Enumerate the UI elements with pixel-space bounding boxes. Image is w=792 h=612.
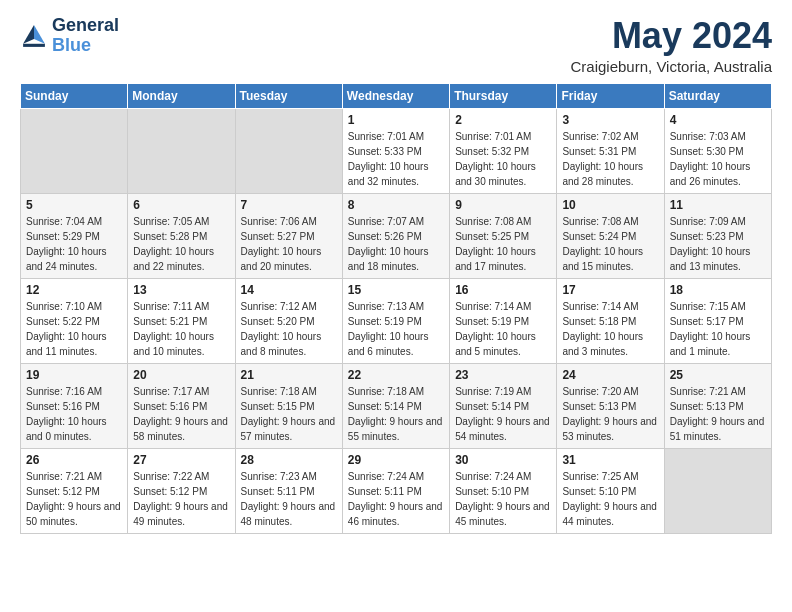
day-number-8: 8	[348, 198, 444, 212]
calendar-cell-w5-d2: 27Sunrise: 7:22 AMSunset: 5:12 PMDayligh…	[128, 448, 235, 533]
calendar-cell-w2-d3: 7Sunrise: 7:06 AMSunset: 5:27 PMDaylight…	[235, 193, 342, 278]
day-number-11: 11	[670, 198, 766, 212]
calendar-cell-w2-d7: 11Sunrise: 7:09 AMSunset: 5:23 PMDayligh…	[664, 193, 771, 278]
calendar-cell-w2-d1: 5Sunrise: 7:04 AMSunset: 5:29 PMDaylight…	[21, 193, 128, 278]
calendar-cell-w1-d1	[21, 108, 128, 193]
day-number-13: 13	[133, 283, 229, 297]
day-number-4: 4	[670, 113, 766, 127]
calendar-cell-w3-d1: 12Sunrise: 7:10 AMSunset: 5:22 PMDayligh…	[21, 278, 128, 363]
day-info-25: Sunrise: 7:21 AMSunset: 5:13 PMDaylight:…	[670, 384, 766, 444]
day-info-26: Sunrise: 7:21 AMSunset: 5:12 PMDaylight:…	[26, 469, 122, 529]
day-info-15: Sunrise: 7:13 AMSunset: 5:19 PMDaylight:…	[348, 299, 444, 359]
logo-line2: Blue	[52, 36, 119, 56]
day-number-12: 12	[26, 283, 122, 297]
day-info-1: Sunrise: 7:01 AMSunset: 5:33 PMDaylight:…	[348, 129, 444, 189]
calendar-cell-w3-d4: 15Sunrise: 7:13 AMSunset: 5:19 PMDayligh…	[342, 278, 449, 363]
day-info-23: Sunrise: 7:19 AMSunset: 5:14 PMDaylight:…	[455, 384, 551, 444]
calendar-cell-w5-d4: 29Sunrise: 7:24 AMSunset: 5:11 PMDayligh…	[342, 448, 449, 533]
calendar-cell-w4-d5: 23Sunrise: 7:19 AMSunset: 5:14 PMDayligh…	[450, 363, 557, 448]
day-info-13: Sunrise: 7:11 AMSunset: 5:21 PMDaylight:…	[133, 299, 229, 359]
day-number-26: 26	[26, 453, 122, 467]
weekday-header-thursday: Thursday	[450, 83, 557, 108]
location: Craigieburn, Victoria, Australia	[571, 58, 773, 75]
calendar-cell-w3-d6: 17Sunrise: 7:14 AMSunset: 5:18 PMDayligh…	[557, 278, 664, 363]
day-info-20: Sunrise: 7:17 AMSunset: 5:16 PMDaylight:…	[133, 384, 229, 444]
calendar-cell-w1-d5: 2Sunrise: 7:01 AMSunset: 5:32 PMDaylight…	[450, 108, 557, 193]
calendar-week-1: 1Sunrise: 7:01 AMSunset: 5:33 PMDaylight…	[21, 108, 772, 193]
day-info-28: Sunrise: 7:23 AMSunset: 5:11 PMDaylight:…	[241, 469, 337, 529]
day-info-9: Sunrise: 7:08 AMSunset: 5:25 PMDaylight:…	[455, 214, 551, 274]
logo-line1: General	[52, 16, 119, 36]
day-number-23: 23	[455, 368, 551, 382]
day-info-17: Sunrise: 7:14 AMSunset: 5:18 PMDaylight:…	[562, 299, 658, 359]
day-number-30: 30	[455, 453, 551, 467]
day-info-4: Sunrise: 7:03 AMSunset: 5:30 PMDaylight:…	[670, 129, 766, 189]
logo-icon	[20, 22, 48, 50]
day-number-21: 21	[241, 368, 337, 382]
calendar-cell-w5-d7	[664, 448, 771, 533]
day-info-27: Sunrise: 7:22 AMSunset: 5:12 PMDaylight:…	[133, 469, 229, 529]
calendar-cell-w3-d7: 18Sunrise: 7:15 AMSunset: 5:17 PMDayligh…	[664, 278, 771, 363]
day-info-19: Sunrise: 7:16 AMSunset: 5:16 PMDaylight:…	[26, 384, 122, 444]
calendar-cell-w5-d1: 26Sunrise: 7:21 AMSunset: 5:12 PMDayligh…	[21, 448, 128, 533]
weekday-header-saturday: Saturday	[664, 83, 771, 108]
calendar-cell-w2-d5: 9Sunrise: 7:08 AMSunset: 5:25 PMDaylight…	[450, 193, 557, 278]
day-info-18: Sunrise: 7:15 AMSunset: 5:17 PMDaylight:…	[670, 299, 766, 359]
day-number-3: 3	[562, 113, 658, 127]
day-info-8: Sunrise: 7:07 AMSunset: 5:26 PMDaylight:…	[348, 214, 444, 274]
weekday-header-wednesday: Wednesday	[342, 83, 449, 108]
calendar-cell-w1-d7: 4Sunrise: 7:03 AMSunset: 5:30 PMDaylight…	[664, 108, 771, 193]
calendar-cell-w4-d2: 20Sunrise: 7:17 AMSunset: 5:16 PMDayligh…	[128, 363, 235, 448]
day-number-5: 5	[26, 198, 122, 212]
day-number-19: 19	[26, 368, 122, 382]
day-info-14: Sunrise: 7:12 AMSunset: 5:20 PMDaylight:…	[241, 299, 337, 359]
day-number-16: 16	[455, 283, 551, 297]
calendar-cell-w4-d7: 25Sunrise: 7:21 AMSunset: 5:13 PMDayligh…	[664, 363, 771, 448]
title-block: May 2024 Craigieburn, Victoria, Australi…	[571, 16, 773, 75]
calendar-cell-w3-d2: 13Sunrise: 7:11 AMSunset: 5:21 PMDayligh…	[128, 278, 235, 363]
day-number-24: 24	[562, 368, 658, 382]
weekday-header-sunday: Sunday	[21, 83, 128, 108]
calendar-cell-w1-d4: 1Sunrise: 7:01 AMSunset: 5:33 PMDaylight…	[342, 108, 449, 193]
calendar-cell-w4-d4: 22Sunrise: 7:18 AMSunset: 5:14 PMDayligh…	[342, 363, 449, 448]
weekday-header-row: SundayMondayTuesdayWednesdayThursdayFrid…	[21, 83, 772, 108]
header: General Blue May 2024 Craigieburn, Victo…	[20, 16, 772, 75]
calendar-cell-w1-d3	[235, 108, 342, 193]
calendar-cell-w5-d3: 28Sunrise: 7:23 AMSunset: 5:11 PMDayligh…	[235, 448, 342, 533]
day-number-14: 14	[241, 283, 337, 297]
calendar: SundayMondayTuesdayWednesdayThursdayFrid…	[20, 83, 772, 534]
day-info-5: Sunrise: 7:04 AMSunset: 5:29 PMDaylight:…	[26, 214, 122, 274]
calendar-cell-w4-d6: 24Sunrise: 7:20 AMSunset: 5:13 PMDayligh…	[557, 363, 664, 448]
svg-rect-3	[23, 44, 45, 47]
day-number-27: 27	[133, 453, 229, 467]
calendar-cell-w2-d6: 10Sunrise: 7:08 AMSunset: 5:24 PMDayligh…	[557, 193, 664, 278]
day-info-2: Sunrise: 7:01 AMSunset: 5:32 PMDaylight:…	[455, 129, 551, 189]
calendar-cell-w4-d3: 21Sunrise: 7:18 AMSunset: 5:15 PMDayligh…	[235, 363, 342, 448]
day-number-1: 1	[348, 113, 444, 127]
calendar-week-2: 5Sunrise: 7:04 AMSunset: 5:29 PMDaylight…	[21, 193, 772, 278]
day-info-30: Sunrise: 7:24 AMSunset: 5:10 PMDaylight:…	[455, 469, 551, 529]
weekday-header-tuesday: Tuesday	[235, 83, 342, 108]
day-info-7: Sunrise: 7:06 AMSunset: 5:27 PMDaylight:…	[241, 214, 337, 274]
day-info-29: Sunrise: 7:24 AMSunset: 5:11 PMDaylight:…	[348, 469, 444, 529]
day-number-20: 20	[133, 368, 229, 382]
day-number-31: 31	[562, 453, 658, 467]
day-number-15: 15	[348, 283, 444, 297]
day-number-18: 18	[670, 283, 766, 297]
day-number-17: 17	[562, 283, 658, 297]
day-number-6: 6	[133, 198, 229, 212]
day-info-31: Sunrise: 7:25 AMSunset: 5:10 PMDaylight:…	[562, 469, 658, 529]
day-number-10: 10	[562, 198, 658, 212]
weekday-header-monday: Monday	[128, 83, 235, 108]
day-info-12: Sunrise: 7:10 AMSunset: 5:22 PMDaylight:…	[26, 299, 122, 359]
month-title: May 2024	[571, 16, 773, 56]
day-number-9: 9	[455, 198, 551, 212]
calendar-week-5: 26Sunrise: 7:21 AMSunset: 5:12 PMDayligh…	[21, 448, 772, 533]
day-info-6: Sunrise: 7:05 AMSunset: 5:28 PMDaylight:…	[133, 214, 229, 274]
calendar-week-4: 19Sunrise: 7:16 AMSunset: 5:16 PMDayligh…	[21, 363, 772, 448]
day-number-7: 7	[241, 198, 337, 212]
page: General Blue May 2024 Craigieburn, Victo…	[0, 0, 792, 612]
day-number-2: 2	[455, 113, 551, 127]
calendar-cell-w2-d4: 8Sunrise: 7:07 AMSunset: 5:26 PMDaylight…	[342, 193, 449, 278]
day-info-21: Sunrise: 7:18 AMSunset: 5:15 PMDaylight:…	[241, 384, 337, 444]
